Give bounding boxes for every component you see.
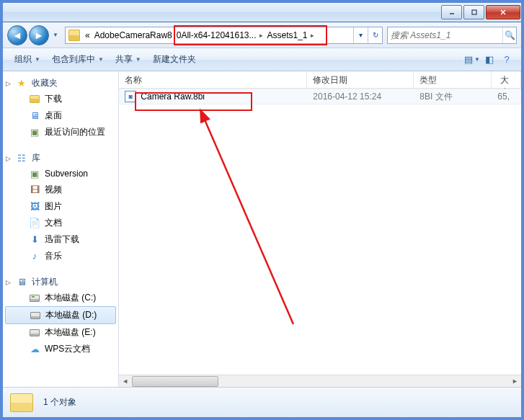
sidebar-wps-cloud[interactable]: ☁WPS云文档: [3, 341, 118, 357]
share-menu[interactable]: 共享▼: [110, 48, 147, 71]
explorer-window: ◄ ► ▼ « AdobeCameraRaw8 0All-x64-1204161…: [0, 0, 524, 420]
breadcrumb-seg-2[interactable]: 0All-x64-12041613...▸: [174, 27, 265, 43]
titlebar: [3, 3, 521, 22]
include-library-menu[interactable]: 包含到库中▼: [46, 48, 110, 71]
help-button[interactable]: ?: [498, 54, 515, 65]
address-row: ◄ ► ▼ « AdobeCameraRaw8 0All-x64-1204161…: [3, 22, 521, 48]
file-size: 65,: [492, 91, 521, 102]
breadcrumb-seg-1[interactable]: AdobeCameraRaw8: [92, 27, 174, 43]
folder-icon: [68, 30, 80, 41]
col-size[interactable]: 大小: [492, 71, 521, 88]
file-list-area: 名称 修改日期 类型 大小 ◙Camera Raw.8bi 2016-04-12…: [119, 71, 521, 387]
favorites-group[interactable]: ▷★收藏夹: [3, 76, 118, 91]
sidebar: ▷★收藏夹 下载 🖥桌面 ▣最近访问的位置 ▷☷库 ▣Subversion 🎞视…: [3, 71, 119, 387]
library-group[interactable]: ▷☷库: [3, 151, 118, 166]
minimize-button[interactable]: [441, 5, 462, 19]
sidebar-video[interactable]: 🎞视频: [3, 182, 118, 198]
sidebar-music[interactable]: ♪音乐: [3, 248, 118, 264]
file-date: 2016-04-12 15:24: [307, 91, 414, 102]
new-folder-button[interactable]: 新建文件夹: [147, 48, 202, 71]
sidebar-thunder[interactable]: ⬇迅雷下载: [3, 231, 118, 248]
breadcrumb-seg-3[interactable]: Assets1_1▸: [265, 27, 316, 43]
col-name[interactable]: 名称: [119, 71, 307, 88]
breadcrumb-prefix[interactable]: «: [83, 27, 92, 43]
search-input[interactable]: [388, 30, 502, 40]
file-row[interactable]: ◙Camera Raw.8bi 2016-04-12 15:24 8BI 文件 …: [119, 89, 521, 104]
sidebar-desktop[interactable]: 🖥桌面: [3, 107, 118, 124]
preview-pane-button[interactable]: ◧: [481, 54, 498, 65]
sidebar-downloads[interactable]: 下载: [3, 91, 118, 107]
col-type[interactable]: 类型: [414, 71, 492, 88]
sidebar-pictures[interactable]: 🖼图片: [3, 198, 118, 215]
addr-dropdown-button[interactable]: ▾: [353, 27, 368, 43]
h-scrollbar[interactable]: ◄►: [119, 375, 521, 387]
file-icon: ◙: [125, 91, 136, 102]
sidebar-disk-d[interactable]: 本地磁盘 (D:): [5, 306, 116, 324]
address-bar[interactable]: « AdobeCameraRaw8 0All-x64-12041613...▸ …: [65, 27, 383, 44]
search-icon[interactable]: 🔍: [502, 27, 516, 43]
organize-menu[interactable]: 组织▼: [9, 48, 46, 71]
close-button[interactable]: [486, 5, 520, 19]
file-type: 8BI 文件: [414, 91, 492, 103]
sidebar-disk-c[interactable]: 本地磁盘 (C:): [3, 290, 118, 306]
file-name: Camera Raw.8bi: [141, 91, 205, 102]
sidebar-subversion[interactable]: ▣Subversion: [3, 166, 118, 182]
sidebar-documents[interactable]: 📄文档: [3, 215, 118, 231]
col-date[interactable]: 修改日期: [307, 71, 414, 88]
body: ▷★收藏夹 下载 🖥桌面 ▣最近访问的位置 ▷☷库 ▣Subversion 🎞视…: [3, 71, 521, 387]
svg-rect-1: [472, 10, 476, 14]
sidebar-recent[interactable]: ▣最近访问的位置: [3, 124, 118, 140]
search-box[interactable]: 🔍: [387, 27, 517, 44]
view-button[interactable]: ▤ ▼: [463, 54, 481, 65]
computer-group[interactable]: ▷🖥计算机: [3, 274, 118, 290]
statusbar: 1 个对象: [3, 387, 521, 417]
refresh-button[interactable]: ↻: [368, 27, 382, 43]
forward-button[interactable]: ►: [29, 25, 49, 45]
nav-arrows: ◄ ► ▼: [7, 25, 61, 45]
back-button[interactable]: ◄: [7, 25, 27, 45]
nav-history-dropdown[interactable]: ▼: [50, 28, 61, 43]
column-header: 名称 修改日期 类型 大小: [119, 71, 521, 89]
toolbar: 组织▼ 包含到库中▼ 共享▼ 新建文件夹 ▤ ▼ ◧ ?: [3, 48, 521, 71]
sidebar-disk-e[interactable]: 本地磁盘 (E:): [3, 324, 118, 341]
maximize-button[interactable]: [463, 5, 484, 19]
status-count: 1 个对象: [43, 396, 76, 408]
folder-icon: [10, 393, 33, 412]
